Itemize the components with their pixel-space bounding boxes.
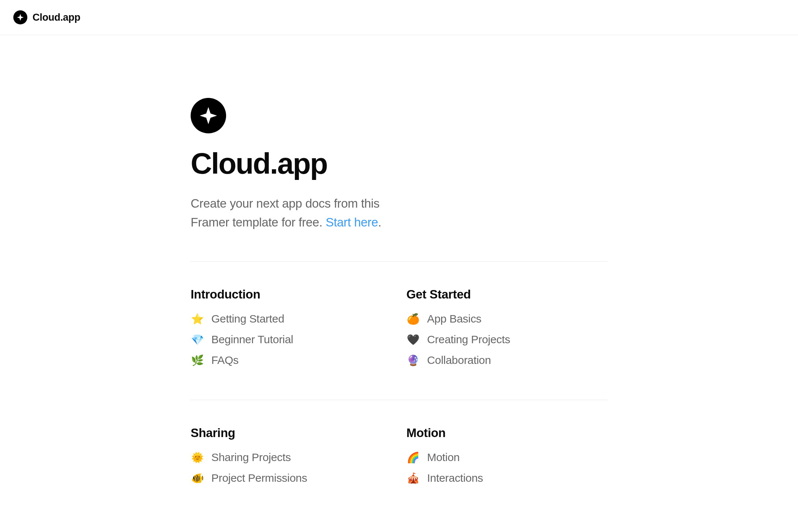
- link-creating-projects[interactable]: 🖤 Creating Projects: [406, 333, 607, 346]
- herb-icon: 🌿: [191, 354, 204, 366]
- link-label: Getting Started: [211, 313, 284, 325]
- link-label: Beginner Tutorial: [211, 333, 293, 346]
- link-collaboration[interactable]: 🔮 Collaboration: [406, 354, 607, 366]
- link-faqs[interactable]: 🌿 FAQs: [191, 354, 392, 366]
- section-links: ⭐ Getting Started 💎 Beginner Tutorial 🌿 …: [191, 313, 392, 366]
- tangerine-icon: 🍊: [406, 313, 420, 325]
- section-title: Introduction: [191, 287, 392, 301]
- divider: [191, 261, 607, 262]
- crystal-ball-icon: 🔮: [406, 354, 420, 366]
- main-content: Cloud.app Create your next app docs from…: [177, 35, 621, 510]
- sections-grid: Introduction ⭐ Getting Started 💎 Beginne…: [191, 287, 607, 510]
- link-label: Interactions: [427, 472, 483, 484]
- hero-sparkle-icon: [191, 98, 226, 133]
- hero-subtitle-suffix: .: [378, 215, 381, 229]
- section-links: 🌈 Motion 🎪 Interactions: [406, 451, 607, 484]
- link-label: Motion: [427, 451, 460, 464]
- section-title: Sharing: [191, 426, 392, 440]
- section-links: 🌞 Sharing Projects 🐠 Project Permissions: [191, 451, 392, 484]
- header: Cloud.app: [0, 0, 798, 35]
- sun-face-icon: 🌞: [191, 451, 204, 464]
- link-motion[interactable]: 🌈 Motion: [406, 451, 607, 464]
- sparkle-icon: [13, 10, 27, 24]
- link-sharing-projects[interactable]: 🌞 Sharing Projects: [191, 451, 392, 464]
- link-interactions[interactable]: 🎪 Interactions: [406, 472, 607, 484]
- divider: [191, 400, 607, 400]
- link-label: App Basics: [427, 313, 481, 325]
- header-brand-text: Cloud.app: [33, 12, 81, 23]
- section-title: Motion: [406, 426, 607, 440]
- header-logo-link[interactable]: Cloud.app: [13, 10, 81, 24]
- star-icon: ⭐: [191, 313, 204, 325]
- start-here-link[interactable]: Start here: [326, 215, 378, 229]
- link-label: Collaboration: [427, 354, 491, 366]
- link-label: Sharing Projects: [211, 451, 291, 464]
- black-heart-icon: 🖤: [406, 334, 420, 346]
- link-getting-started[interactable]: ⭐ Getting Started: [191, 313, 392, 325]
- section-introduction: Introduction ⭐ Getting Started 💎 Beginne…: [191, 287, 392, 366]
- link-beginner-tutorial[interactable]: 💎 Beginner Tutorial: [191, 333, 392, 346]
- link-label: Creating Projects: [427, 333, 510, 346]
- tropical-fish-icon: 🐠: [191, 472, 204, 484]
- link-project-permissions[interactable]: 🐠 Project Permissions: [191, 472, 392, 484]
- page-title: Cloud.app: [191, 149, 607, 178]
- circus-tent-icon: 🎪: [406, 472, 420, 484]
- section-links: 🍊 App Basics 🖤 Creating Projects 🔮 Colla…: [406, 313, 607, 366]
- section-get-started: Get Started 🍊 App Basics 🖤 Creating Proj…: [406, 287, 607, 366]
- gem-icon: 💎: [191, 334, 204, 346]
- section-motion: Motion 🌈 Motion 🎪 Interactions: [406, 426, 607, 484]
- link-app-basics[interactable]: 🍊 App Basics: [406, 313, 607, 325]
- section-title: Get Started: [406, 287, 607, 301]
- rainbow-icon: 🌈: [406, 451, 420, 464]
- hero-subtitle: Create your next app docs from this Fram…: [191, 194, 398, 232]
- link-label: Project Permissions: [211, 472, 307, 484]
- link-label: FAQs: [211, 354, 239, 366]
- section-sharing: Sharing 🌞 Sharing Projects 🐠 Project Per…: [191, 426, 392, 484]
